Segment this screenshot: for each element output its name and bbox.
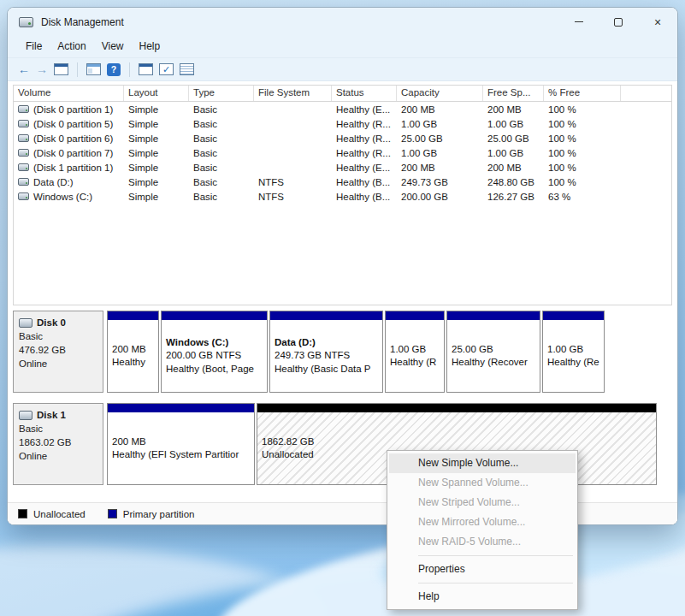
- cell-pct-free: 100 %: [544, 104, 621, 115]
- primary-partition-stripe: [447, 311, 540, 320]
- column-capacity[interactable]: Capacity: [397, 86, 483, 101]
- menu-bar: File Action View Help: [8, 36, 677, 58]
- column-type[interactable]: Type: [189, 86, 254, 101]
- volume-row[interactable]: Data (D:) Simple Basic NTFS Healthy (B..…: [14, 175, 671, 189]
- forward-arrow-icon[interactable]: →: [36, 63, 48, 75]
- disk-1-info[interactable]: Disk 1 Basic 1863.02 GB Online: [13, 403, 103, 485]
- menu-item-help[interactable]: Help: [389, 587, 576, 607]
- cell-status: Healthy (R...: [332, 133, 397, 144]
- menu-view[interactable]: View: [94, 36, 132, 57]
- cell-file-system: NTFS: [254, 192, 332, 202]
- cell-type: Basic: [189, 133, 254, 144]
- minimize-icon: [575, 21, 583, 22]
- volume-disk-icon: [18, 163, 29, 171]
- console-window-icon[interactable]: [54, 63, 68, 75]
- primary-partition-stripe: [543, 311, 604, 320]
- cell-pct-free: 100 %: [544, 148, 621, 158]
- volume-disk-icon: [18, 105, 29, 113]
- maximize-icon: [614, 18, 623, 27]
- column-volume[interactable]: Volume: [14, 86, 124, 101]
- partition-status: Healthy (Basic Data P: [275, 363, 378, 376]
- cell-free-space: 200 MB: [483, 104, 544, 115]
- disk-status: Online: [19, 449, 97, 463]
- volume-row[interactable]: Windows (C:) Simple Basic NTFS Healthy (…: [14, 189, 671, 204]
- partition-status: Healthy: [112, 356, 154, 370]
- close-button[interactable]: ×: [638, 8, 677, 36]
- menu-item-new-simple-volume[interactable]: New Simple Volume...: [389, 453, 576, 473]
- cell-type: Basic: [189, 104, 254, 115]
- volume-disk-icon: [18, 149, 29, 157]
- checkmark-icon[interactable]: ✓: [159, 63, 174, 75]
- cell-pct-free: 100 %: [544, 177, 621, 187]
- cell-capacity: 200 MB: [397, 163, 483, 173]
- back-arrow-icon[interactable]: ←: [18, 63, 30, 75]
- partition-status: Healthy (Re: [547, 356, 599, 370]
- cell-type: Basic: [189, 148, 254, 158]
- menu-action[interactable]: Action: [50, 36, 93, 57]
- cell-free-space: 1.00 GB: [483, 148, 544, 158]
- window-title: Disk Management: [41, 16, 124, 28]
- cell-free-space: 25.00 GB: [483, 133, 544, 144]
- partition-disk0-efi[interactable]: 200 MBHealthy: [107, 311, 159, 393]
- titlebar[interactable]: Disk Management ×: [8, 8, 677, 36]
- volume-row[interactable]: (Disk 1 partition 1) Simple Basic Health…: [14, 160, 671, 175]
- volume-row[interactable]: (Disk 0 partition 1) Simple Basic Health…: [14, 102, 671, 116]
- desktop-wallpaper: Disk Management × File Action View Help …: [0, 0, 685, 616]
- partition-disk1-efi[interactable]: 200 MBHealthy (EFI System Partitior: [107, 403, 255, 485]
- partition-disk0-recovery-2[interactable]: 25.00 GBHealthy (Recover: [446, 311, 540, 393]
- cell-layout: Simple: [124, 177, 189, 187]
- unallocated-stripe: [257, 404, 656, 412]
- primary-partition-stripe: [108, 311, 158, 320]
- partition-size: 200 MB: [112, 343, 154, 357]
- cell-pct-free: 63 %: [544, 192, 621, 202]
- context-menu: New Simple Volume... New Spanned Volume.…: [387, 450, 578, 610]
- cell-pct-free: 100 %: [544, 133, 621, 144]
- minimize-button[interactable]: [559, 8, 599, 36]
- column-status[interactable]: Status: [332, 86, 397, 101]
- primary-partition-swatch: [108, 509, 117, 518]
- menu-item-new-mirrored-volume: New Mirrored Volume...: [389, 512, 576, 532]
- menu-help[interactable]: Help: [132, 36, 168, 57]
- disk-management-window: Disk Management × File Action View Help …: [7, 7, 678, 525]
- cell-status: Healthy (R...: [332, 148, 397, 158]
- maximize-button[interactable]: [599, 8, 638, 36]
- volume-disk-icon: [18, 120, 29, 127]
- volume-row[interactable]: (Disk 0 partition 6) Simple Basic Health…: [14, 131, 671, 145]
- legend-label: Primary partition: [123, 509, 195, 519]
- primary-partition-stripe: [270, 311, 382, 320]
- column-pct-free[interactable]: % Free: [544, 86, 621, 101]
- help-icon[interactable]: ?: [107, 63, 121, 76]
- export-list-icon[interactable]: [139, 63, 153, 75]
- partition-label: Data (D:): [275, 336, 378, 350]
- volume-row[interactable]: (Disk 0 partition 5) Simple Basic Health…: [14, 116, 671, 131]
- partition-windows-c[interactable]: Windows (C:)200.00 GB NTFSHealthy (Boot,…: [161, 311, 268, 393]
- cell-capacity: 1.00 GB: [397, 119, 483, 129]
- details-view-icon[interactable]: [180, 63, 194, 75]
- toolbar-separator: [77, 62, 78, 77]
- column-free-space[interactable]: Free Sp...: [483, 86, 544, 101]
- partition-size: 249.73 GB NTFS: [275, 349, 378, 363]
- partition-disk0-recovery-1[interactable]: 1.00 GBHealthy (R: [385, 311, 445, 393]
- cell-layout: Simple: [124, 148, 189, 158]
- menu-item-new-striped-volume: New Striped Volume...: [389, 493, 576, 512]
- cell-type: Basic: [189, 192, 254, 202]
- partition-data-d[interactable]: Data (D:)249.73 GB NTFSHealthy (Basic Da…: [269, 311, 383, 393]
- volume-row[interactable]: (Disk 0 partition 7) Simple Basic Health…: [14, 145, 671, 160]
- show-hide-panel-icon[interactable]: [86, 63, 101, 75]
- cell-file-system: NTFS: [254, 177, 332, 187]
- partition-size: 1.00 GB: [390, 343, 440, 357]
- close-icon: ×: [654, 16, 661, 28]
- cell-layout: Simple: [124, 192, 189, 202]
- partition-disk0-recovery-3[interactable]: 1.00 GBHealthy (Re: [542, 311, 605, 393]
- column-file-system[interactable]: File System: [254, 86, 332, 101]
- partition-status: Healthy (EFI System Partitior: [112, 448, 250, 462]
- unallocated-swatch: [18, 509, 27, 518]
- volume-name: Windows (C:): [33, 192, 92, 202]
- disk-0-info[interactable]: Disk 0 Basic 476.92 GB Online: [13, 311, 103, 393]
- cell-status: Healthy (R...: [332, 119, 397, 129]
- partition-size: 1.00 GB: [547, 343, 599, 357]
- column-layout[interactable]: Layout: [124, 86, 189, 101]
- cell-pct-free: 100 %: [544, 163, 621, 173]
- menu-file[interactable]: File: [18, 36, 50, 57]
- menu-item-properties[interactable]: Properties: [389, 560, 576, 579]
